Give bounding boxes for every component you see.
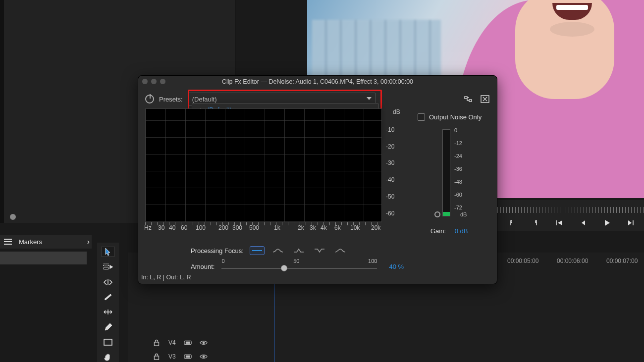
- preset-selected-value: (Default): [192, 96, 217, 103]
- output-noise-checkbox[interactable]: [418, 113, 425, 121]
- amount-value[interactable]: 40 %: [389, 263, 404, 270]
- ripple-edit-tool[interactable]: [101, 277, 115, 286]
- spectrum-display[interactable]: [145, 108, 382, 222]
- focus-lowcut-button[interactable]: [270, 246, 285, 255]
- meter-bar-left: [442, 129, 450, 216]
- output-noise-label: Output Noise Only: [429, 113, 482, 121]
- amount-label: Amount:: [191, 263, 215, 270]
- go-to-in-button[interactable]: [554, 217, 565, 228]
- time-label: 00:00:05:00: [507, 258, 538, 264]
- db-scale: dB -10 -20 -30 -40 -50 -60: [386, 108, 406, 227]
- lock-icon[interactable]: [153, 353, 161, 361]
- svg-rect-2: [104, 339, 112, 345]
- step-back-button[interactable]: [578, 217, 589, 228]
- rectangle-tool[interactable]: [101, 338, 115, 347]
- markers-label: Markers: [19, 238, 42, 246]
- monitor-ruler-ticks: [497, 207, 644, 213]
- amount-row: Amount: 0 50 100 40 %: [191, 260, 404, 273]
- window-controls: [142, 79, 165, 84]
- processing-focus-label: Processing Focus:: [191, 247, 244, 255]
- monitor-ruler[interactable]: [497, 200, 644, 215]
- track-label: V4: [168, 339, 176, 346]
- track-toggle-icon[interactable]: [184, 353, 192, 361]
- svg-rect-0: [104, 264, 108, 266]
- scroll-indicator[interactable]: [10, 214, 16, 220]
- db-unit-label: dB: [393, 108, 400, 115]
- hz-unit-label: Hz: [144, 224, 152, 231]
- video-subject-teeth: [556, 5, 588, 10]
- lock-icon[interactable]: [153, 339, 161, 347]
- eye-icon[interactable]: [200, 353, 208, 361]
- focus-notch-button[interactable]: [312, 246, 327, 255]
- gain-label: Gain:: [430, 227, 446, 235]
- dialog-titlebar[interactable]: Clip Fx Editor — DeNoise: Audio 1, C0406…: [138, 76, 497, 88]
- track-toggle-icon[interactable]: [184, 339, 192, 347]
- presets-label: Presets:: [159, 96, 183, 103]
- amount-slider[interactable]: 0 50 100: [221, 260, 377, 273]
- amount-slider-labels: 0 50 100: [221, 258, 377, 264]
- focus-highcut-button[interactable]: [333, 246, 348, 255]
- panel-menu-icon[interactable]: [4, 239, 12, 245]
- svg-rect-9: [186, 356, 189, 358]
- time-label: 00:00:06:00: [557, 258, 588, 264]
- processing-focus-row: Processing Focus:: [191, 246, 348, 255]
- time-label: 00:00:07:00: [606, 258, 638, 264]
- tool-strip: [97, 243, 119, 362]
- step-forward-button[interactable]: [625, 217, 636, 228]
- transport-controls: [497, 215, 644, 231]
- focus-peak-button[interactable]: [291, 246, 306, 255]
- pen-tool[interactable]: [101, 323, 115, 332]
- track-select-tool[interactable]: [101, 262, 115, 271]
- focus-all-button[interactable]: [250, 246, 265, 255]
- spectrum-area: dB -10 -20 -30 -40 -50 -60 Hz 30 40 60 1…: [143, 108, 390, 237]
- eye-icon[interactable]: [200, 339, 208, 347]
- expand-icon[interactable]: ››: [87, 238, 88, 246]
- spectrum-grid: [146, 109, 381, 222]
- chevron-down-icon: [367, 97, 372, 100]
- hand-tool[interactable]: [101, 353, 115, 362]
- mark-in-button[interactable]: [506, 217, 517, 228]
- svg-rect-5: [186, 342, 189, 344]
- markers-panel-header[interactable]: Markers ››: [0, 235, 92, 249]
- svg-point-10: [203, 356, 205, 358]
- gain-value[interactable]: 0 dB: [455, 227, 468, 235]
- video-subject-shadow: [550, 22, 594, 37]
- channel-map-icon[interactable]: [463, 95, 473, 103]
- gain-row: Gain: 0 dB: [430, 227, 468, 235]
- power-toggle-icon[interactable]: [145, 95, 154, 103]
- left-edge-strip: [0, 0, 4, 223]
- razor-tool[interactable]: [101, 293, 115, 302]
- meter-gain-knob[interactable]: [434, 211, 440, 217]
- clip-fx-editor-dialog: Clip Fx Editor — DeNoise: Audio 1, C0406…: [138, 75, 497, 284]
- mark-out-button[interactable]: [530, 217, 541, 228]
- amount-slider-thumb[interactable]: [281, 265, 287, 271]
- slip-tool[interactable]: [101, 308, 115, 316]
- close-window-button[interactable]: [142, 79, 148, 84]
- svg-rect-3: [155, 342, 159, 346]
- play-button[interactable]: [601, 217, 612, 228]
- track-row[interactable]: V3: [153, 351, 208, 362]
- output-noise-row: Output Noise Only: [418, 113, 482, 121]
- svg-rect-7: [155, 356, 159, 360]
- io-status: In: L, R | Out: L, R: [141, 274, 191, 281]
- svg-point-6: [203, 342, 205, 344]
- minimize-window-button[interactable]: [151, 79, 157, 84]
- track-label: V3: [168, 353, 176, 360]
- amount-slider-track: [221, 268, 377, 269]
- dialog-title: Clip Fx Editor — DeNoise: Audio 1, C0406…: [138, 78, 497, 85]
- zoom-window-button[interactable]: [160, 79, 165, 84]
- selection-tool[interactable]: [101, 247, 115, 257]
- track-row[interactable]: V4: [153, 337, 208, 349]
- close-icon[interactable]: [480, 95, 490, 103]
- svg-rect-1: [104, 267, 108, 269]
- markers-selection[interactable]: [0, 252, 87, 264]
- meter-unit-label: dB: [460, 211, 467, 217]
